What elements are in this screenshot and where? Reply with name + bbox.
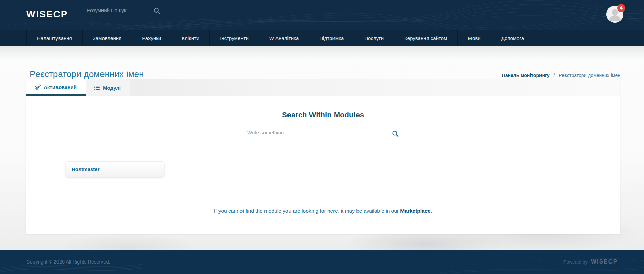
powered-by-label: Powered by	[564, 259, 588, 265]
powered-by: Powered by WISECP	[564, 258, 618, 265]
modules-search-icon[interactable]	[392, 130, 399, 137]
breadcrumb: Панель моніторингу / Реєстратори доменни…	[502, 73, 620, 79]
list-icon	[94, 85, 100, 90]
tab-modules-label: Модулі	[103, 85, 121, 91]
wisecp-footer-logo[interactable]: WISECP	[591, 258, 618, 265]
nav-item-support[interactable]: Підтримка	[309, 30, 354, 46]
nav-item-site-management[interactable]: Керування сайтом	[394, 30, 457, 46]
tab-modules[interactable]: Модулі	[86, 79, 130, 96]
nav-item-languages[interactable]: Мови	[457, 30, 490, 46]
main-content: Реєстратори доменних імен Панель монітор…	[0, 46, 644, 250]
nav-item-invoices[interactable]: Рахунки	[132, 30, 171, 46]
user-menu[interactable]	[606, 6, 623, 23]
modules-search-heading: Search Within Modules	[26, 111, 620, 119]
page-title: Реєстратори доменних імен	[30, 69, 144, 79]
smart-search	[86, 5, 160, 18]
nav-item-analytics[interactable]: W Аналітика	[259, 30, 309, 46]
modules-search	[247, 127, 399, 140]
module-card-hostmaster[interactable]: Hostmaster	[66, 161, 164, 177]
nav-item-tools[interactable]: Інструменти	[209, 30, 259, 46]
marketplace-note-suffix: .	[431, 208, 432, 214]
search-icon[interactable]	[154, 7, 160, 14]
page-footer: Copyright © 2026 All Rights Reserved. Po…	[0, 250, 644, 274]
tab-bar: Активований Модулі	[26, 79, 620, 96]
smart-search-input[interactable]	[86, 5, 160, 18]
gears-icon	[34, 84, 41, 90]
nav-item-services[interactable]: Послуги	[354, 30, 394, 46]
copyright-text: Copyright © 2026 All Rights Reserved.	[26, 259, 110, 265]
marketplace-link[interactable]: Marketplace	[400, 208, 431, 214]
marketplace-note: If you cannot find the module you are lo…	[26, 208, 620, 214]
bell-icon	[619, 6, 623, 10]
tab-activated-label: Активований	[44, 84, 77, 90]
breadcrumb-dashboard-link[interactable]: Панель моніторингу	[502, 73, 550, 78]
wisecp-logo[interactable]: WISECP	[26, 9, 68, 20]
modules-panel: Search Within Modules Hostmaster If you …	[26, 96, 620, 234]
breadcrumb-separator: /	[554, 73, 555, 78]
marketplace-note-text: If you cannot find the module you are lo…	[214, 208, 400, 214]
modules-search-input[interactable]	[247, 127, 399, 140]
module-name: Hostmaster	[72, 166, 100, 172]
nav-item-settings[interactable]: Налаштування	[26, 30, 82, 46]
top-header: WISECP	[0, 0, 644, 30]
page-head: Реєстратори доменних імен Панель монітор…	[0, 46, 644, 79]
nav-item-help[interactable]: Допомога	[491, 30, 534, 46]
nav-item-orders[interactable]: Замовлення	[82, 30, 132, 46]
content-card: Активований Модулі Search Within Modules	[26, 79, 620, 234]
notifications-badge[interactable]	[617, 4, 625, 12]
nav-item-clients[interactable]: Клієнти	[171, 30, 209, 46]
breadcrumb-current: Реєстратори доменних імен	[559, 73, 620, 78]
modules-list: Hostmaster	[66, 161, 620, 177]
tab-activated[interactable]: Активований	[26, 79, 86, 96]
main-navbar: Налаштування Замовлення Рахунки Клієнти …	[0, 30, 644, 46]
